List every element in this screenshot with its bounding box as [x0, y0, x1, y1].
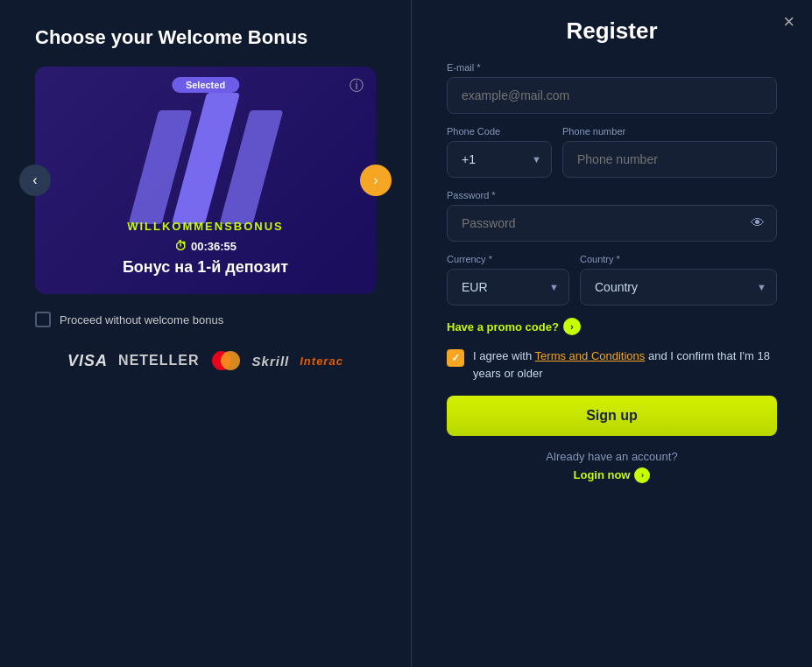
bonus-timer: ⏱ 00:36:55 — [174, 239, 237, 253]
currency-label: Currency * — [447, 254, 569, 264]
visa-logo: VISA — [67, 352, 108, 370]
prev-bonus-button[interactable]: ‹ — [19, 165, 51, 196]
selected-badge: Selected — [172, 77, 239, 93]
phone-number-group: Phone number — [562, 126, 777, 178]
country-select-wrapper: Country Germany United States United Kin… — [580, 269, 777, 305]
phone-code-label: Phone Code — [447, 126, 552, 137]
promo-code-link[interactable]: Have a promo code? › — [447, 318, 777, 335]
terms-link[interactable]: Terms and Conditions — [535, 349, 646, 362]
currency-country-row: Currency * EUR USD GBP ▼ Country * — [447, 254, 777, 305]
close-button[interactable]: × — [783, 12, 794, 32]
right-panel: × Register E-mail * Phone Code +1 +44 +4… — [412, 0, 812, 667]
password-label: Password * — [447, 190, 777, 200]
bonus-card-wrapper: ‹ Selected ⓘ WILLKOMMENSBONUS ⏱ 00:36:55… — [35, 67, 376, 294]
next-bonus-button[interactable]: › — [360, 165, 392, 196]
mastercard-logo — [210, 345, 242, 376]
login-label: Login now — [574, 468, 631, 481]
payment-logos: VISA NETELLER Skrill Interac — [35, 345, 376, 376]
password-toggle-button[interactable]: 👁 — [751, 215, 765, 231]
password-input[interactable] — [447, 205, 777, 242]
proceed-label: Proceed without welcome bonus — [60, 313, 223, 326]
terms-text: I agree with Terms and Conditions and I … — [473, 348, 777, 382]
phone-row: Phone Code +1 +44 +49 +33 ▼ Phone number — [447, 126, 777, 178]
currency-select-wrapper: EUR USD GBP ▼ — [447, 269, 569, 305]
phone-group: Phone Code +1 +44 +49 +33 ▼ Phone number — [447, 126, 777, 178]
bonus-title: Бонус на 1-й депозит — [123, 258, 288, 277]
terms-checkbox[interactable] — [447, 349, 464, 367]
phone-code-select[interactable]: +1 +44 +49 +33 — [447, 141, 552, 178]
promo-label: Have a promo code? — [447, 320, 559, 334]
already-text: Already have an account? — [447, 450, 777, 463]
mc-orange-circle — [221, 351, 240, 370]
left-panel: Choose your Welcome Bonus ‹ Selected ⓘ W… — [0, 0, 412, 667]
login-section: Already have an account? Login now › — [447, 450, 777, 483]
country-select[interactable]: Country Germany United States United Kin… — [580, 269, 777, 305]
email-label: E-mail * — [447, 62, 777, 73]
skrill-logo: Skrill — [252, 354, 290, 369]
promo-arrow-icon: › — [563, 318, 581, 335]
phone-number-input[interactable] — [562, 141, 777, 178]
register-title: Register — [447, 18, 777, 45]
currency-select[interactable]: EUR USD GBP — [447, 269, 569, 305]
bonus-text: WILLKOMMENSBONUS — [127, 220, 284, 233]
phone-code-group: Phone Code +1 +44 +49 +33 ▼ — [447, 126, 552, 178]
country-group: Country * Country Germany United States … — [580, 254, 777, 305]
signup-button[interactable]: Sign up — [447, 396, 777, 436]
neteller-logo: NETELLER — [118, 353, 199, 369]
timer-icon: ⏱ — [174, 239, 187, 253]
login-arrow-icon: › — [634, 467, 650, 483]
welcome-bonus-title: Choose your Welcome Bonus — [35, 26, 376, 49]
country-label: Country * — [580, 254, 777, 264]
terms-text-1: I agree with — [473, 349, 535, 362]
proceed-checkbox[interactable] — [35, 312, 51, 327]
terms-row: I agree with Terms and Conditions and I … — [447, 348, 777, 382]
proceed-row: Proceed without welcome bonus — [35, 312, 376, 327]
login-now-link[interactable]: Login now › — [574, 467, 651, 483]
email-input[interactable] — [447, 77, 777, 114]
interac-logo: Interac — [300, 355, 343, 368]
phone-number-label: Phone number — [562, 126, 777, 137]
password-group: Password * 👁 — [447, 190, 777, 242]
currency-group: Currency * EUR USD GBP ▼ — [447, 254, 569, 305]
phone-code-select-wrapper: +1 +44 +49 +33 ▼ — [447, 141, 552, 178]
timer-value: 00:36:55 — [191, 240, 237, 253]
currency-country-group: Currency * EUR USD GBP ▼ Country * — [447, 254, 777, 305]
info-icon[interactable]: ⓘ — [350, 77, 364, 95]
password-wrapper: 👁 — [447, 205, 777, 242]
modal-container: Choose your Welcome Bonus ‹ Selected ⓘ W… — [0, 0, 812, 667]
email-group: E-mail * — [447, 62, 777, 114]
bonus-card: Selected ⓘ WILLKOMMENSBONUS ⏱ 00:36:55 Б… — [35, 67, 376, 294]
bonus-stripes — [127, 93, 285, 233]
